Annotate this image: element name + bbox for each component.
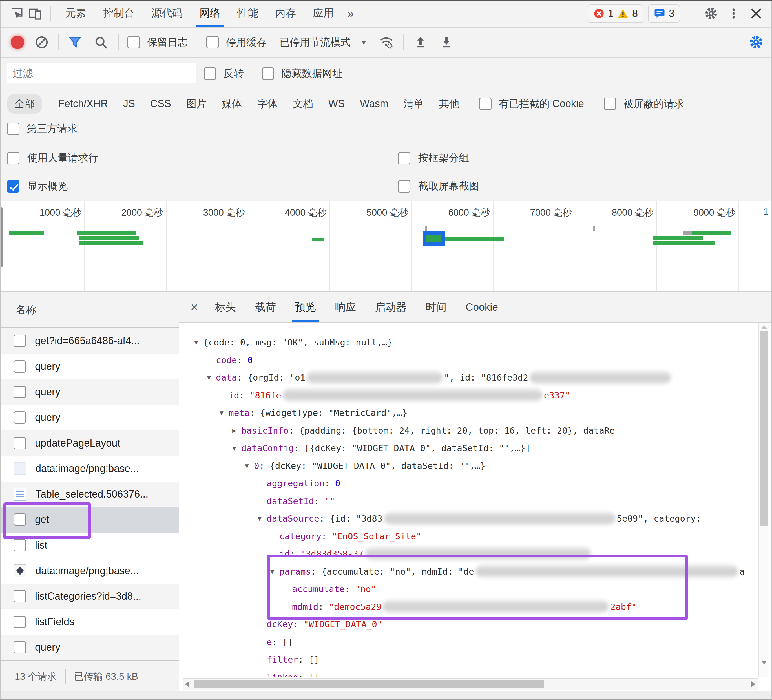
blocked-cookies-checkbox[interactable]: [479, 98, 492, 110]
option-checkbox-2[interactable]: [7, 180, 20, 193]
details-tab-载荷[interactable]: 载荷: [245, 292, 286, 322]
json-tree-line[interactable]: ▼0: {dcKey: "WIDGET_DATA_0", dataSetId: …: [179, 457, 765, 475]
scroll-left-arrow[interactable]: [185, 681, 189, 687]
request-row[interactable]: get: [0, 507, 179, 533]
expand-arrow-icon[interactable]: ▼: [216, 404, 227, 422]
json-tree-line[interactable]: ▼dataSource: {id: "3d835e09", category:: [179, 510, 765, 527]
panel-tab-源代码[interactable]: 源代码: [143, 0, 191, 27]
json-tree-line[interactable]: dcKey: "WIDGET_DATA_0": [179, 615, 765, 633]
network-settings-gear-icon[interactable]: [747, 33, 765, 51]
issues-badge[interactable]: 3: [648, 4, 680, 23]
type-chip-文档[interactable]: 文档: [292, 94, 314, 114]
json-tree-line[interactable]: ▼dataConfig: [{dcKey: "WIDGET_DATA_0", d…: [179, 439, 765, 457]
json-tree-line[interactable]: mdmId: "democ5a292abf": [179, 598, 765, 616]
request-row-checkbox[interactable]: [13, 641, 26, 654]
json-tree-line[interactable]: ▶basicInfo: {padding: {bottom: 24, right…: [179, 422, 765, 440]
requests-name-column-header[interactable]: 名称: [0, 292, 179, 327]
blocked-requests-checkbox[interactable]: [604, 98, 616, 110]
option-checkbox-3[interactable]: [398, 180, 411, 193]
request-row-checkbox[interactable]: [13, 335, 26, 347]
type-chip-Wasm[interactable]: Wasm: [359, 95, 389, 113]
type-chip-JS[interactable]: JS: [122, 95, 136, 113]
panel-tab-内存[interactable]: 内存: [267, 0, 304, 27]
json-tree-line[interactable]: id: "816fee337": [179, 386, 765, 404]
details-tab-预览[interactable]: 预览: [286, 292, 325, 322]
network-overview-timeline[interactable]: 1000 毫秒2000 毫秒3000 毫秒4000 毫秒5000 毫秒6000 …: [0, 201, 772, 291]
json-tree-line[interactable]: id: "3d83d358-37: [179, 545, 765, 563]
third-party-checkbox[interactable]: [7, 123, 20, 135]
details-tab-响应[interactable]: 响应: [325, 292, 366, 322]
json-tree-line[interactable]: category: "EnOS_Solar_Site": [179, 527, 765, 545]
panel-tab-元素[interactable]: 元素: [57, 0, 95, 27]
request-row[interactable]: query: [0, 635, 179, 660]
type-chip-Fetch/XHR[interactable]: Fetch/XHR: [57, 95, 109, 113]
expand-arrow-icon[interactable]: ▼: [267, 563, 278, 581]
request-row[interactable]: data:image/png;base...: [0, 558, 179, 584]
panel-tab-网络[interactable]: 网络: [191, 0, 229, 27]
type-chip-WS[interactable]: WS: [327, 95, 346, 113]
expand-arrow-icon[interactable]: ▼: [203, 369, 214, 386]
option-checkbox-1[interactable]: [398, 152, 411, 164]
more-tabs-chevron[interactable]: »: [342, 0, 359, 27]
json-tree-line[interactable]: accumulate: "no": [179, 580, 765, 598]
expand-arrow-icon[interactable]: ▼: [254, 510, 265, 527]
request-row-checkbox[interactable]: [13, 590, 26, 602]
request-row[interactable]: data:image/png;base...: [0, 456, 179, 481]
scroll-right-arrow[interactable]: [751, 681, 756, 687]
type-chip-其他[interactable]: 其他: [438, 94, 461, 114]
request-row-checkbox[interactable]: [13, 386, 26, 398]
hide-data-urls-checkbox[interactable]: [262, 67, 274, 80]
json-tree-line[interactable]: e: []: [179, 633, 765, 651]
invert-filter-checkbox[interactable]: [204, 67, 216, 80]
throttling-select[interactable]: 已停用节流模式: [280, 36, 351, 49]
import-har-icon[interactable]: [412, 33, 430, 51]
details-tab-Cookie[interactable]: Cookie: [456, 292, 508, 322]
vertical-scrollbar[interactable]: [758, 323, 769, 677]
panel-tab-性能[interactable]: 性能: [229, 0, 267, 27]
preserve-log-checkbox[interactable]: [128, 36, 140, 49]
expand-arrow-icon[interactable]: ▼: [241, 457, 252, 475]
search-icon[interactable]: [92, 33, 110, 51]
type-chip-字体[interactable]: 字体: [256, 94, 279, 114]
expand-arrow-icon[interactable]: ▶: [229, 422, 240, 440]
details-tab-标头[interactable]: 标头: [206, 292, 245, 322]
json-tree-line[interactable]: filter: []: [179, 651, 765, 669]
request-row[interactable]: list: [0, 533, 179, 558]
type-chip-CSS[interactable]: CSS: [149, 95, 172, 113]
json-tree-line[interactable]: ▼{code: 0, msg: "OK", subMsg: null,…}: [179, 334, 765, 351]
request-row-checkbox[interactable]: [13, 437, 26, 450]
filter-funnel-icon[interactable]: [66, 33, 84, 51]
record-network-log-icon[interactable]: [8, 33, 26, 51]
close-devtools-icon[interactable]: [747, 5, 765, 23]
request-row[interactable]: Table_selected.506376...: [0, 481, 179, 507]
panel-tab-控制台[interactable]: 控制台: [95, 0, 143, 27]
disable-cache-checkbox[interactable]: [206, 36, 219, 49]
inspect-element-icon[interactable]: [8, 5, 26, 23]
panel-tab-应用[interactable]: 应用: [304, 0, 342, 27]
request-row-checkbox[interactable]: [13, 616, 26, 628]
details-tab-启动器[interactable]: 启动器: [366, 292, 416, 322]
request-row-checkbox[interactable]: [13, 539, 26, 551]
type-chip-清单[interactable]: 清单: [402, 94, 425, 114]
settings-gear-icon[interactable]: [702, 5, 720, 23]
json-tree-line[interactable]: code: 0: [179, 351, 765, 369]
close-details-icon[interactable]: ×: [183, 292, 206, 322]
request-row-checkbox[interactable]: [13, 514, 26, 526]
scroll-up-arrow[interactable]: [761, 325, 767, 329]
vertical-scrollbar-thumb[interactable]: [761, 331, 768, 526]
errors-warnings-badge[interactable]: 1 8: [588, 4, 643, 23]
filter-input[interactable]: [7, 63, 196, 83]
expand-arrow-icon[interactable]: ▼: [229, 439, 240, 457]
request-row-checkbox[interactable]: [13, 360, 26, 373]
throttling-dropdown-arrow[interactable]: ▼: [360, 38, 368, 47]
kebab-menu-icon[interactable]: [725, 5, 743, 23]
request-row-checkbox[interactable]: [13, 411, 26, 424]
type-chip-图片[interactable]: 图片: [185, 94, 208, 114]
type-chip-媒体[interactable]: 媒体: [221, 94, 243, 114]
expand-arrow-icon[interactable]: ▼: [191, 334, 202, 351]
json-tree-line[interactable]: aggregation: 0: [179, 474, 765, 492]
json-tree-line[interactable]: dataSetId: "": [179, 492, 765, 510]
horizontal-scrollbar-thumb[interactable]: [195, 680, 544, 688]
request-row[interactable]: query: [0, 354, 179, 379]
request-row[interactable]: updatePageLayout: [0, 430, 179, 456]
